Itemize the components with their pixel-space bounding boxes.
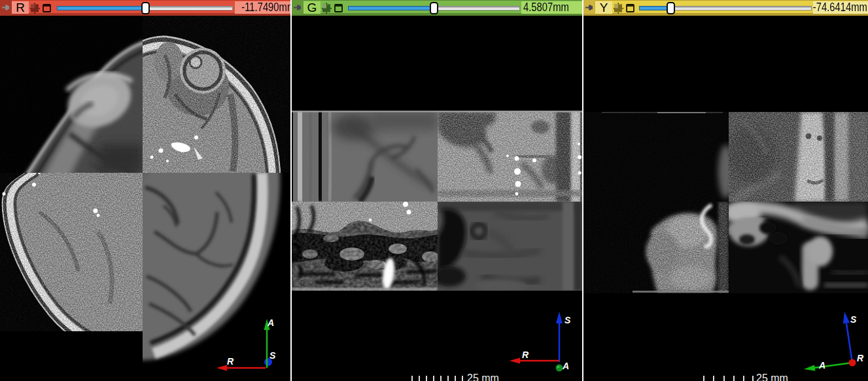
svg-text:R: R	[857, 353, 864, 363]
svg-text:S: S	[269, 350, 276, 361]
svg-text:25 mm: 25 mm	[467, 372, 499, 381]
svg-text:S: S	[564, 315, 571, 325]
svg-text:25 mm: 25 mm	[756, 372, 788, 381]
svg-text:A: A	[562, 361, 569, 371]
svg-text:R: R	[522, 350, 529, 360]
svg-text:R: R	[227, 356, 234, 367]
svg-text:A: A	[818, 360, 825, 371]
svg-text:A: A	[267, 318, 274, 328]
svg-text:S: S	[850, 314, 857, 325]
